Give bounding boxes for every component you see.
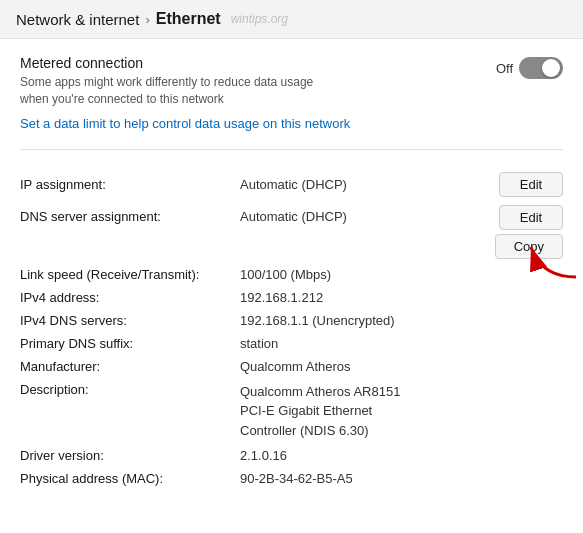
metered-title: Metered connection [20,55,496,71]
no-action [457,382,563,441]
ip-edit-button[interactable]: Edit [499,172,563,197]
ip-assignment-value: Automatic (DHCP) [240,172,457,197]
table-row: DNS server assignment: Automatic (DHCP) … [20,205,563,259]
table-row: IPv4 address: 192.168.1.212 [20,290,563,305]
table-row: IP assignment: Automatic (DHCP) Edit [20,172,563,197]
driver-version-value: 2.1.0.16 [240,448,457,463]
dns-assignment-value: Automatic (DHCP) [240,205,457,259]
no-action [457,359,563,374]
main-content: Metered connection Some apps might work … [0,39,583,510]
no-action [457,336,563,351]
link-speed-value: 100/100 (Mbps) [240,267,457,282]
dns-assignment-action: Edit Copy [457,205,563,259]
manufacturer-label: Manufacturer: [20,359,240,374]
no-action [457,267,563,282]
ipv4-address-label: IPv4 address: [20,290,240,305]
mac-address-value: 90-2B-34-62-B5-A5 [240,471,457,486]
metered-toggle[interactable] [519,57,563,79]
ip-assignment-action: Edit [457,172,563,197]
table-row: Description: Qualcomm Atheros AR8151PCI-… [20,382,563,441]
toggle-container: Off [496,57,563,79]
ip-assignment-label: IP assignment: [20,172,240,197]
driver-version-label: Driver version: [20,448,240,463]
arrow-overlay: Edit Copy [467,205,563,259]
breadcrumb-ethernet: Ethernet [156,10,221,28]
divider [20,149,563,150]
dns-assignment-label: DNS server assignment: [20,205,240,259]
breadcrumb-separator: › [145,12,149,27]
metered-text: Metered connection Some apps might work … [20,55,496,108]
toggle-label: Off [496,61,513,76]
watermark: wintips.org [231,12,288,26]
ipv4-address-value: 192.168.1.212 [240,290,457,305]
no-action [457,313,563,328]
toggle-knob [542,59,560,77]
data-limit-link[interactable]: Set a data limit to help control data us… [20,116,563,131]
table-row: Primary DNS suffix: station [20,336,563,351]
no-action [457,448,563,463]
table-row: Driver version: 2.1.0.16 [20,448,563,463]
description-value: Qualcomm Atheros AR8151PCI-E Gigabit Eth… [240,382,457,441]
table-row: IPv4 DNS servers: 192.168.1.1 (Unencrypt… [20,313,563,328]
table-row: Physical address (MAC): 90-2B-34-62-B5-A… [20,471,563,486]
dns-edit-button[interactable]: Edit [499,205,563,230]
ipv4-dns-value: 192.168.1.1 (Unencrypted) [240,313,457,328]
primary-dns-suffix-value: station [240,336,457,351]
info-table: IP assignment: Automatic (DHCP) Edit DNS… [20,164,563,495]
breadcrumb-network[interactable]: Network & internet [16,11,139,28]
header-bar: Network & internet › Ethernet wintips.or… [0,0,583,39]
mac-address-label: Physical address (MAC): [20,471,240,486]
metered-section: Metered connection Some apps might work … [20,55,563,108]
link-speed-label: Link speed (Receive/Transmit): [20,267,240,282]
manufacturer-value: Qualcomm Atheros [240,359,457,374]
primary-dns-suffix-label: Primary DNS suffix: [20,336,240,351]
no-action [457,471,563,486]
ipv4-dns-label: IPv4 DNS servers: [20,313,240,328]
table-row: Manufacturer: Qualcomm Atheros [20,359,563,374]
breadcrumb: Network & internet › Ethernet wintips.or… [16,10,288,28]
metered-desc: Some apps might work differently to redu… [20,74,496,108]
description-label: Description: [20,382,240,441]
copy-button[interactable]: Copy [495,234,563,259]
no-action [457,290,563,305]
table-row: Link speed (Receive/Transmit): 100/100 (… [20,267,563,282]
